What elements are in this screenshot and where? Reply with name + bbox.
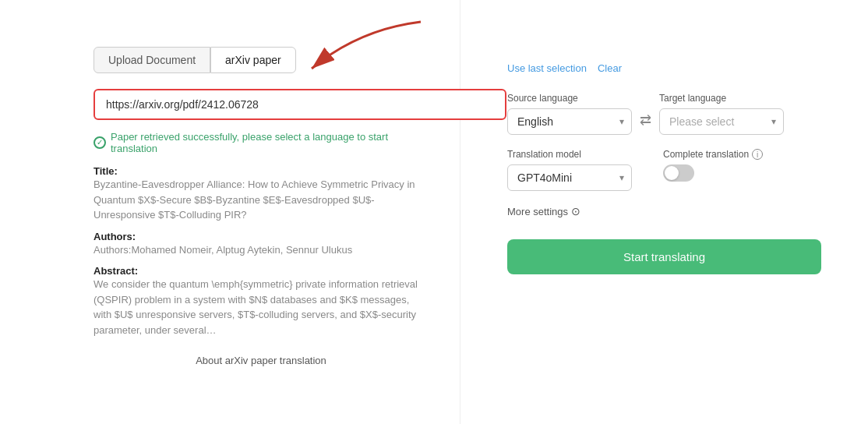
title-value: Byzantine-Eavesdropper Alliance: How to … (94, 177, 429, 223)
top-links: Use last selection Clear (507, 62, 821, 74)
about-link[interactable]: About arXiv paper translation (94, 355, 429, 366)
complete-translation-group: Complete translation i (663, 149, 763, 182)
target-language-select[interactable]: Please select (659, 108, 784, 135)
url-input-wrapper (94, 89, 506, 120)
url-input[interactable] (106, 98, 494, 111)
model-complete-row: Translation model GPT4oMini Complete tra… (507, 149, 821, 191)
authors-value: Authors:Mohamed Nomeir, Alptug Aytekin, … (94, 242, 429, 258)
tab-row: Upload Document arXiv paper (94, 47, 429, 73)
language-row: Source language English ⇄ Target languag… (507, 93, 821, 135)
right-panel: Use last selection Clear Source language… (460, 0, 868, 424)
abstract-value: We consider the quantum \emph{symmetric}… (94, 277, 429, 337)
start-translating-button[interactable]: Start translating (507, 239, 821, 274)
title-section: Title: Byzantine-Eavesdropper Alliance: … (94, 165, 429, 223)
paper-info: Title: Byzantine-Eavesdropper Alliance: … (94, 165, 429, 337)
complete-translation-label: Complete translation (663, 149, 749, 160)
success-message: Paper retrieved successfully, please sel… (94, 131, 429, 154)
target-language-label: Target language (659, 93, 784, 104)
left-panel: Upload Document arXiv paper Paper retrie… (0, 0, 460, 424)
translation-model-select[interactable]: GPT4oMini (507, 164, 632, 191)
translation-model-select-wrapper: GPT4oMini (507, 164, 632, 191)
complete-translation-info-icon[interactable]: i (752, 149, 763, 160)
success-icon (94, 136, 106, 149)
abstract-section: Abstract: We consider the quantum \emph{… (94, 265, 429, 337)
source-language-select[interactable]: English (507, 108, 632, 135)
abstract-label: Abstract: (94, 265, 429, 277)
source-language-select-wrapper: English (507, 108, 632, 135)
upload-document-tab[interactable]: Upload Document (94, 47, 210, 73)
complete-translation-toggle[interactable] (663, 164, 694, 182)
source-language-label: Source language (507, 93, 632, 104)
more-settings-button[interactable]: More settings ⊙ (507, 205, 821, 217)
use-last-selection-button[interactable]: Use last selection (507, 62, 587, 74)
arxiv-paper-tab[interactable]: arXiv paper (210, 47, 296, 73)
swap-languages-icon[interactable]: ⇄ (640, 111, 651, 129)
target-language-group: Target language Please select (659, 93, 784, 135)
source-language-group: Source language English (507, 93, 632, 135)
title-label: Title: (94, 165, 429, 177)
translation-model-label: Translation model (507, 149, 632, 160)
chevron-down-icon: ⊙ (571, 205, 580, 217)
clear-button[interactable]: Clear (598, 62, 622, 74)
more-settings-label: More settings (507, 206, 568, 217)
translation-model-group: Translation model GPT4oMini (507, 149, 632, 191)
authors-label: Authors: (94, 231, 429, 242)
authors-section: Authors: Authors:Mohamed Nomeir, Alptug … (94, 231, 429, 258)
target-language-select-wrapper: Please select (659, 108, 784, 135)
complete-translation-label-row: Complete translation i (663, 149, 763, 160)
